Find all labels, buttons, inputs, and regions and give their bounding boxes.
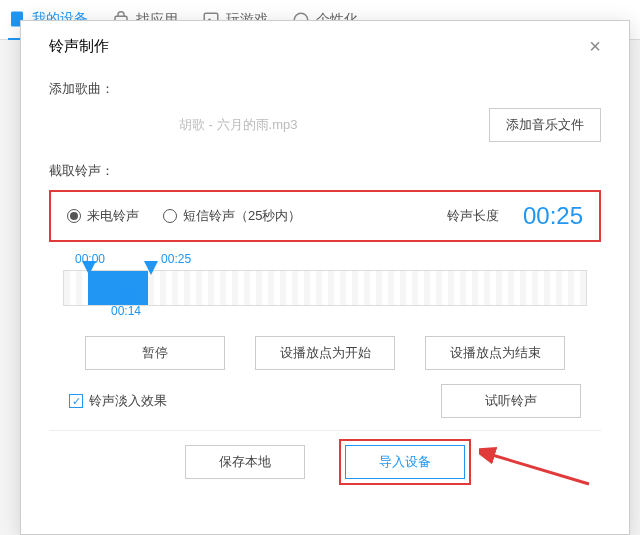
radio-label: 短信铃声（25秒内） xyxy=(183,207,301,225)
close-icon[interactable]: × xyxy=(589,35,601,58)
length-label: 铃声长度 xyxy=(447,207,499,225)
ringtone-type-box: 来电铃声 短信铃声（25秒内） 铃声长度 00:25 xyxy=(49,190,601,242)
import-device-button[interactable]: 导入设备 xyxy=(345,445,465,479)
radio-sms-ringtone[interactable]: 短信铃声（25秒内） xyxy=(163,207,301,225)
timeline: 00:00 00:25 00:14 xyxy=(63,252,587,306)
playhead-time: 00:14 xyxy=(111,304,141,318)
check-icon: ✓ xyxy=(69,394,83,408)
preview-button[interactable]: 试听铃声 xyxy=(441,384,581,418)
timeline-playhead[interactable]: 00:14 xyxy=(111,288,141,318)
add-music-button[interactable]: 添加音乐文件 xyxy=(489,108,601,142)
radio-call-ringtone[interactable]: 来电铃声 xyxy=(67,207,139,225)
modal-title: 铃声制作 xyxy=(49,37,109,56)
play-icon[interactable] xyxy=(119,288,133,302)
cut-ringtone-label: 截取铃声： xyxy=(49,162,601,180)
current-filename: 胡歌 - 六月的雨.mp3 xyxy=(179,116,297,134)
radio-icon xyxy=(67,209,81,223)
save-local-button[interactable]: 保存本地 xyxy=(185,445,305,479)
radio-icon xyxy=(163,209,177,223)
add-song-label: 添加歌曲： xyxy=(49,80,601,98)
timeline-end-label: 00:25 xyxy=(161,252,191,266)
set-start-button[interactable]: 设播放点为开始 xyxy=(255,336,395,370)
radio-label: 来电铃声 xyxy=(87,207,139,225)
ringtone-modal: 铃声制作 × 添加歌曲： 胡歌 - 六月的雨.mp3 添加音乐文件 截取铃声： … xyxy=(20,20,630,535)
timeline-track[interactable] xyxy=(63,270,587,306)
check-label: 铃声淡入效果 xyxy=(89,392,167,410)
fade-in-checkbox[interactable]: ✓ 铃声淡入效果 xyxy=(69,392,167,410)
set-end-button[interactable]: 设播放点为结束 xyxy=(425,336,565,370)
pause-button[interactable]: 暂停 xyxy=(85,336,225,370)
length-value: 00:25 xyxy=(523,202,583,230)
